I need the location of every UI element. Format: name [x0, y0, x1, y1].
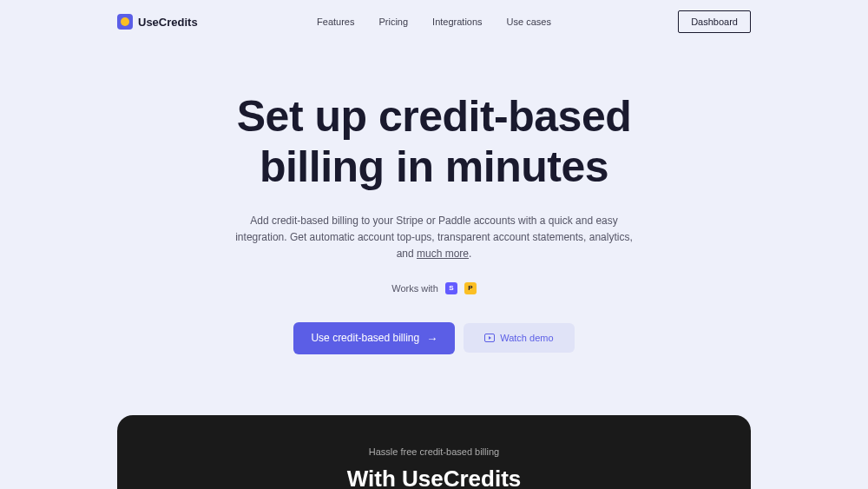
- stripe-icon: S: [445, 282, 457, 294]
- works-with-label: Works with: [391, 283, 438, 294]
- nav-features[interactable]: Features: [317, 17, 354, 27]
- hero-section: Set up credit-based billing in minutes A…: [117, 43, 751, 354]
- hero-subtitle: Add credit-based billing to your Stripe …: [226, 213, 642, 263]
- hero-title: Set up credit-based billing in minutes: [117, 92, 751, 192]
- play-icon: [484, 334, 495, 342]
- header: UseCredits Features Pricing Integrations…: [117, 0, 751, 43]
- arrow-right-icon: →: [426, 332, 437, 345]
- logo-icon: [117, 14, 133, 30]
- cta-buttons: Use credit-based billing → Watch demo: [117, 322, 751, 354]
- dark-section: Hassle free credit-based billing With Us…: [117, 415, 751, 489]
- hero-title-line1: Set up credit-based: [237, 92, 632, 141]
- nav-pricing[interactable]: Pricing: [378, 17, 408, 27]
- hero-title-line2: billing in minutes: [260, 142, 608, 191]
- watch-demo-button[interactable]: Watch demo: [464, 323, 574, 353]
- logo-text: UseCredits: [138, 16, 198, 29]
- logo[interactable]: UseCredits: [117, 14, 198, 30]
- works-with: Works with S P: [117, 282, 751, 294]
- nav-integrations[interactable]: Integrations: [432, 17, 482, 27]
- dark-title: With UseCredits: [152, 466, 716, 489]
- paddle-icon: P: [464, 282, 477, 294]
- use-credit-billing-button[interactable]: Use credit-based billing →: [293, 322, 455, 354]
- nav-use-cases[interactable]: Use cases: [507, 17, 551, 27]
- much-more-link[interactable]: much more: [417, 248, 469, 260]
- dark-subtitle: Hassle free credit-based billing: [152, 446, 716, 457]
- dashboard-button[interactable]: Dashboard: [678, 10, 751, 33]
- nav-menu: Features Pricing Integrations Use cases: [317, 17, 551, 27]
